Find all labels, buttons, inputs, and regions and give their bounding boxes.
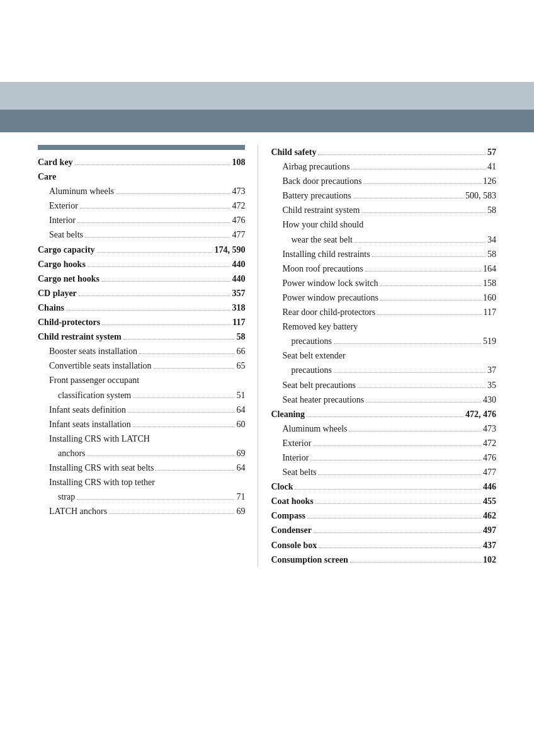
entry-page: 519 — [483, 334, 496, 348]
entry-label: Battery precautions — [282, 188, 351, 203]
entry-dots — [380, 285, 481, 286]
list-item: Interior476 — [38, 213, 245, 227]
entry-dots — [315, 503, 481, 504]
entry-page: 102 — [483, 553, 496, 567]
entry-dots — [75, 164, 230, 165]
entry-page: 477 — [232, 227, 245, 242]
entry-page: 34 — [487, 232, 496, 247]
entry-label: Aluminum wheels — [282, 421, 347, 436]
entry-page: 160 — [483, 290, 496, 305]
entry-page: 58 — [487, 247, 496, 261]
entry-page: 64 — [236, 403, 245, 417]
entry-label: Exterior — [49, 198, 78, 213]
entry-dots — [133, 398, 234, 398]
entry-dots — [79, 295, 230, 296]
entry-page: 71 — [236, 490, 245, 504]
entry-label: strap — [58, 490, 75, 504]
list-item: Exterior472 — [38, 198, 245, 213]
entry-dots — [154, 368, 235, 369]
entry-label: Card key — [38, 155, 73, 169]
list-item: Child-protectors117 — [38, 315, 245, 329]
list-item: Cargo net hooks440 — [38, 272, 245, 286]
entry-dots — [318, 154, 486, 155]
entry-page: 60 — [236, 417, 245, 432]
entry-page: 58 — [487, 203, 496, 217]
entry-label: wear the seat belt — [291, 232, 353, 247]
entry-label: Cleaning — [271, 407, 305, 421]
list-item: Seat belts477 — [38, 227, 245, 242]
entry-page: 318 — [232, 301, 245, 315]
entry-dots — [372, 256, 486, 257]
list-item: Consumption screen102 — [271, 553, 496, 567]
entry-dots — [310, 460, 481, 461]
entry-dots — [318, 474, 481, 475]
entry-label: Rear door child-protectors — [282, 305, 375, 319]
entry-dots — [116, 193, 230, 194]
entry-page: 158 — [483, 276, 496, 290]
left-index-entries: Card key108CareAluminum wheels473Exterio… — [38, 155, 245, 518]
entry-label: Installing child restraints — [282, 247, 370, 261]
entry-page: 37 — [487, 363, 496, 377]
entry-label: Console box — [271, 538, 317, 553]
list-item: Compass462 — [271, 508, 496, 523]
list-item: precautions519 — [271, 334, 496, 348]
entry-dots — [307, 416, 463, 417]
entry-dots — [80, 208, 230, 209]
list-item: Exterior472 — [271, 436, 496, 450]
list-item: Aluminum wheels473 — [271, 421, 496, 436]
entry-label: Chains — [38, 301, 64, 315]
entry-label: Installing CRS with LATCH — [49, 432, 150, 446]
entry-page: 430 — [483, 392, 496, 407]
list-item: classification system51 — [38, 388, 245, 403]
entry-label: classification system — [58, 388, 131, 403]
entry-dots — [295, 489, 481, 490]
list-item: Front passenger occupant — [38, 373, 245, 387]
entry-dots — [363, 183, 481, 184]
list-item: Child restraint system58 — [38, 329, 245, 344]
right-index-entries: Child safety57Airbag precautions41Back d… — [271, 145, 496, 567]
entry-page: 472 — [232, 198, 245, 213]
entry-label: Front passenger occupant — [49, 373, 139, 387]
entry-dots — [349, 431, 481, 432]
list-item: Seat belt extender — [271, 348, 496, 363]
entry-page: 440 — [232, 257, 245, 272]
entry-label: Aluminum wheels — [49, 184, 114, 198]
entry-dots — [139, 353, 234, 354]
list-item: Booster seats installation66 — [38, 344, 245, 358]
list-item: Installing CRS with top tether — [38, 475, 245, 490]
entry-label: LATCH anchors — [49, 504, 107, 518]
entry-label: precautions — [291, 334, 332, 348]
list-item: Seat heater precautions430 — [271, 392, 496, 407]
list-item: CD player357 — [38, 286, 245, 301]
entry-dots — [334, 343, 481, 344]
entry-label: Compass — [271, 508, 305, 523]
list-item: Coat hooks455 — [271, 494, 496, 508]
list-item: Removed key battery — [271, 319, 496, 334]
entry-dots — [334, 372, 486, 373]
entry-label: Interior — [49, 213, 76, 227]
entry-label: Seat belts — [282, 465, 316, 479]
entry-page: 476 — [232, 213, 245, 227]
entry-label: Child restraint system — [38, 329, 122, 344]
list-item: Installing CRS with LATCH — [38, 432, 245, 446]
entry-page: 69 — [236, 504, 245, 518]
entry-label: Child safety — [271, 145, 316, 159]
list-item: Rear door child-protectors117 — [271, 305, 496, 319]
entry-page: 473 — [232, 184, 245, 198]
list-item: wear the seat belt34 — [271, 232, 496, 247]
entry-page: 57 — [487, 145, 496, 159]
entry-dots — [77, 499, 234, 500]
entry-page: 473 — [483, 421, 496, 436]
entry-dots — [123, 339, 235, 340]
entry-page: 174, 590 — [214, 243, 245, 257]
list-item: Care — [38, 169, 245, 184]
right-column: Child safety57Airbag precautions41Back d… — [258, 145, 496, 567]
entry-label: Condenser — [271, 523, 312, 537]
entry-label: Interior — [282, 450, 309, 465]
entry-label: Power window lock switch — [282, 276, 378, 290]
list-item: Cleaning472, 476 — [271, 407, 496, 421]
entry-dots — [97, 252, 213, 253]
entry-dots — [109, 513, 234, 514]
section-header-c — [38, 145, 245, 150]
entry-page: 455 — [483, 494, 496, 508]
